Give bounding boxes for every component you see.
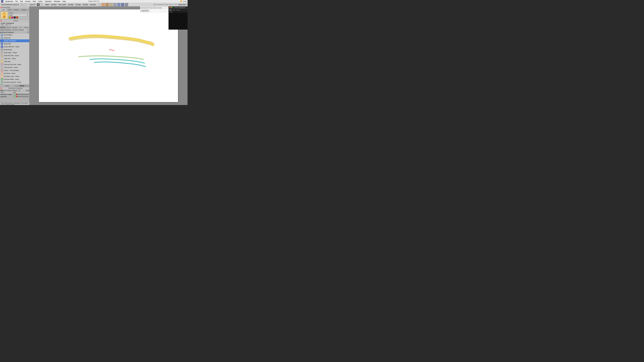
portrait-4[interactable] (113, 3, 116, 6)
settings-btn[interactable]: ⚙ (24, 3, 27, 6)
preset-list[interactable]: Acrylic BlendAcrylic DryAcrylic Transpar… (0, 33, 29, 84)
seq-mute-0[interactable] (14, 93, 16, 95)
preset-item-12[interactable]: Crayon - Fat_foundation (0, 69, 29, 72)
animate-step-down[interactable]: ▼ (24, 90, 25, 91)
history-close-btn[interactable] (169, 7, 170, 8)
gs-grab-btn[interactable]: GS Grab (89, 3, 96, 6)
heart-icon-btn[interactable]: ❤ (98, 3, 101, 6)
bottom-close-btn[interactable] (0, 87, 2, 89)
preset-item-4[interactable]: Acrylic With Pen - Vector (0, 45, 29, 48)
menu-studioartist[interactable]: StudioArtist (4, 0, 14, 2)
preset-item-5[interactable]: Bristle Attack (0, 48, 29, 51)
preset-close-btn[interactable] (0, 20, 2, 21)
history-min-btn[interactable] (170, 7, 172, 8)
menu-operation[interactable]: Operation (44, 0, 53, 2)
history-max-btn[interactable] (172, 7, 173, 8)
history-tab-rec[interactable]: Rec (173, 9, 176, 11)
preset-item-1[interactable]: Acrylic Dry (0, 36, 29, 39)
portrait-3[interactable] (109, 3, 113, 6)
preset-btn-recent[interactable]: Recent (6, 26, 12, 28)
animate-step-up[interactable]: ▲ (22, 90, 24, 91)
preset-dropdown[interactable]: Paint Synthesizer Classic ▼ (0, 3, 20, 6)
tab-gradient[interactable]: Gradient (20, 9, 28, 11)
gs-edit-btn[interactable]: GS Edit (82, 3, 88, 6)
preset-item-icon-13 (1, 72, 3, 74)
preset-category[interactable]: ▶ General Examples ▼ (0, 31, 29, 33)
preset-btn-favorite[interactable]: Favorite (12, 26, 18, 28)
preset-item-14[interactable]: Dry Brush Linen - Vector (0, 75, 29, 78)
preset-item-3[interactable]: Acrylic Wet (0, 42, 29, 45)
preset-btn-factory[interactable]: Factory (0, 26, 6, 28)
gs-zap-btn[interactable]: GS Zap (75, 3, 82, 6)
tab-palette[interactable]: Palette (13, 9, 20, 11)
gs-skip-btn[interactable]: GS Skip (67, 3, 74, 6)
menu-path[interactable]: Path (32, 0, 37, 2)
layer-color-icon: ■ (38, 4, 39, 5)
export-dcc-panel-btn[interactable]: Export DCC (141, 10, 150, 12)
tab-image[interactable]: Image (0, 9, 7, 11)
preset-item-15[interactable]: Dry Brush Wide - Vector (0, 78, 29, 81)
swatch-1[interactable] (9, 16, 11, 18)
swatch-4[interactable] (16, 16, 18, 18)
bottom-tab-play[interactable]: Play (0, 90, 4, 91)
menu-windows[interactable]: Windows (53, 0, 61, 2)
red-stroke-group (109, 50, 114, 50)
preset-dropdown-bar[interactable]: Manual Painting - Use Pen or Mouse ▼ (0, 29, 29, 31)
gs-run-btn[interactable]: GS Run (50, 3, 57, 6)
animate-value-input[interactable] (18, 90, 22, 91)
mask-btn[interactable]: Mask (45, 3, 50, 6)
bottom-tab-erase[interactable]: Erase (8, 90, 11, 91)
brush-icon-btn[interactable]: 🖌 (40, 3, 43, 6)
export-dcc-btn[interactable]: Export DCC (178, 3, 187, 6)
color-swatches (9, 16, 29, 18)
preset-item-16[interactable]: Dry Brush with Rim - Vector (0, 81, 29, 84)
menu-canvas[interactable]: Canvas (24, 0, 32, 2)
gs-1cycle-btn[interactable]: GS 1 Cycle (58, 3, 67, 6)
teal-stroke-group (78, 56, 146, 67)
source-thumbnail[interactable] (0, 11, 8, 19)
history-tab-erase[interactable]: Erase (176, 9, 180, 11)
preset-item-icon-0 (1, 34, 3, 36)
preset-item-10[interactable]: Charcoal Grey Soft - Vector (0, 63, 29, 66)
layer-dropdown[interactable]: layer1 ▼ (29, 3, 36, 6)
preset-item-2[interactable]: Acrylic Transparent (0, 39, 29, 42)
menu-help[interactable]: Help (62, 0, 67, 2)
preset-item-9[interactable]: Chalk Wet (0, 60, 29, 63)
tab-editor[interactable]: Editor (0, 85, 15, 87)
bottom-tab-animate[interactable]: Animate (12, 90, 17, 91)
tab-preset[interactable]: Preset (15, 85, 29, 87)
paint-dropdown[interactable]: Paint ▼ (9, 14, 29, 16)
preset-item-11[interactable]: Charcoal Rub - Vector (0, 66, 29, 69)
preset-btn-pt[interactable]: PT (18, 26, 24, 28)
preset-item-icon-8 (1, 57, 3, 60)
preset-item-7[interactable]: Chalk Rub (Tilt) - Vector (0, 54, 29, 57)
preset-item-13[interactable]: Dry Brush - Vector (0, 72, 29, 75)
preset-item-icon-4 (1, 45, 3, 48)
portrait-5[interactable] (117, 3, 120, 6)
tab-color[interactable]: Color (7, 9, 13, 11)
preset-btn-search[interactable]: Search (24, 26, 29, 28)
portrait-1[interactable] (102, 3, 105, 6)
menu-edit[interactable]: Edit (19, 0, 24, 2)
portrait-6[interactable] (121, 3, 124, 6)
history-tab-play[interactable]: Play (169, 9, 172, 11)
wifi-icon: 📶 (180, 0, 182, 2)
preset-item-0[interactable]: Acrylic Blend (0, 33, 29, 36)
layer-color-btn[interactable]: ■ (37, 3, 40, 6)
portrait-2[interactable] (106, 3, 109, 6)
preset-item-8[interactable]: Chalk Thin - Vector (0, 57, 29, 60)
preset-item-label-10: Charcoal Grey Soft - Vector (4, 64, 21, 65)
swatch-2[interactable] (11, 16, 13, 18)
main-layout: Source Area Image Color Palette Gradient (0, 6, 188, 105)
source-close-btn[interactable] (0, 7, 2, 8)
menu-action[interactable]: Action (37, 0, 44, 2)
portrait-7[interactable] (125, 3, 128, 6)
preset-item-icon-10 (1, 63, 3, 66)
dropdown-arrow-icon: ▼ (18, 4, 19, 5)
preset-item-6[interactable]: Chalk Hatch - Vector (0, 51, 29, 54)
bottom-tab-rec[interactable]: Rec (4, 90, 7, 91)
magnify-btn[interactable]: 🔍 (20, 3, 23, 6)
menu-file[interactable]: File (14, 0, 19, 2)
canvas-area[interactable]: History Sequence Play Rec Erase Name Gen… (29, 6, 188, 105)
swatch-3[interactable] (14, 16, 16, 18)
